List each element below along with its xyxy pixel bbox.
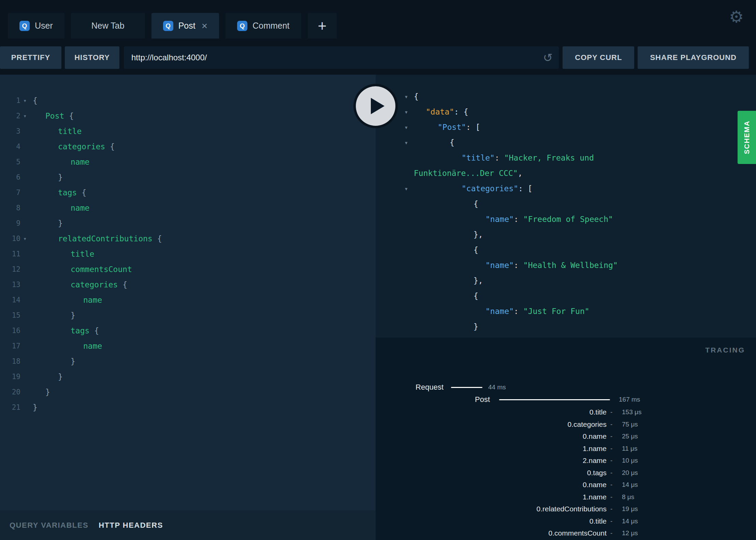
code-token: } — [58, 372, 63, 381]
tracing-span-row: 1.name-11 μs — [376, 442, 756, 455]
close-tab-icon[interactable]: × — [202, 21, 208, 31]
editor-line: 20} — [0, 385, 376, 400]
editor-line: 17name — [0, 339, 376, 354]
tracing-span-row: 0.title-14 μs — [376, 515, 756, 527]
tracing-span-row: 0.name-25 μs — [376, 430, 756, 442]
tracing-request-time: 44 ms — [488, 381, 506, 393]
editor-line: 21} — [0, 400, 376, 415]
code-token: categories — [58, 142, 105, 151]
span-dash: - — [610, 491, 612, 503]
line-number: 13 — [0, 277, 20, 292]
code-token: { — [152, 234, 162, 243]
span-label: 0.categories — [568, 418, 607, 431]
code-token: name — [71, 204, 89, 212]
code-token: } — [71, 311, 75, 320]
collapse-caret-icon[interactable]: ▾ — [404, 104, 408, 120]
tracing-root-label: Post — [475, 393, 490, 406]
span-dash: - — [610, 442, 612, 455]
line-number: 9 — [0, 216, 20, 231]
tab-post[interactable]: QPost× — [151, 13, 219, 39]
line-number: 21 — [0, 400, 20, 415]
json-token: "Freedom of Speech" — [523, 215, 613, 224]
collapse-caret-icon[interactable]: ▾ — [404, 120, 408, 135]
fold-arrow-icon[interactable]: ▾ — [23, 231, 27, 246]
fold-arrow-icon[interactable]: ▾ — [23, 108, 27, 124]
tab-label: User — [35, 21, 53, 31]
reload-icon[interactable]: ↺ — [543, 52, 553, 63]
code-token: name — [83, 342, 102, 350]
history-button[interactable]: HISTORY — [65, 46, 119, 69]
editor-line: 3title — [0, 124, 376, 139]
tracing-panel: TRACING Request 44 ms Post 167 ms 0.titl… — [376, 338, 756, 540]
json-token: "Health & Wellbeing" — [523, 261, 618, 270]
tracing-span-row: 0.name-14 μs — [376, 479, 756, 491]
span-label: 0.relatedContributions — [537, 503, 607, 515]
span-time: 19 μs — [622, 503, 638, 515]
code-token: } — [58, 173, 63, 182]
query-variables-tab[interactable]: QUERY VARIABLES — [10, 521, 88, 530]
span-label: 0.commentsCount — [549, 527, 607, 539]
query-badge: Q — [237, 21, 247, 31]
query-badge: Q — [19, 21, 30, 31]
prettify-button[interactable]: PRETTIFY — [0, 46, 61, 69]
span-time: 14 μs — [622, 479, 638, 491]
code-token: title — [71, 250, 94, 258]
tab-user[interactable]: QUser — [8, 13, 64, 39]
span-time: 20 μs — [622, 467, 638, 479]
response-line: Funktionäre...Der CCC", — [376, 166, 756, 181]
query-editor[interactable]: 1▾{2▾Post {3title4categories {5name6}7ta… — [0, 75, 376, 415]
http-headers-tab[interactable]: HTTP HEADERS — [99, 521, 163, 530]
tab-label: New Tab — [91, 21, 125, 31]
editor-line: 13categories { — [0, 277, 376, 292]
json-token: : — [495, 153, 504, 162]
share-playground-button[interactable]: SHARE PLAYGROUND — [638, 46, 749, 69]
code-token: { — [105, 142, 115, 151]
tab-comment[interactable]: QComment — [226, 13, 301, 39]
play-icon — [371, 98, 384, 114]
endpoint-input[interactable] — [124, 53, 559, 62]
code-token: name — [83, 296, 102, 304]
tracing-title: TRACING — [705, 346, 745, 354]
collapse-caret-icon[interactable]: ▾ — [404, 135, 408, 150]
new-tab-button[interactable]: + — [308, 13, 337, 39]
fold-arrow-icon[interactable]: ▾ — [23, 93, 27, 108]
tab-new-tab[interactable]: New Tab — [71, 13, 145, 39]
toolbar: PRETTIFY HISTORY ↺ COPY CURL SHARE PLAYG… — [0, 46, 756, 69]
query-editor-pane[interactable]: 1▾{2▾Post {3title4categories {5name6}7ta… — [0, 75, 376, 540]
code-token: title — [58, 127, 82, 136]
json-token: "name" — [485, 215, 514, 224]
editor-line: 1▾{ — [0, 93, 376, 108]
line-number: 15 — [0, 308, 20, 323]
json-token: "title" — [462, 153, 495, 162]
editor-line: 16tags { — [0, 323, 376, 339]
execute-button[interactable] — [353, 84, 398, 128]
response-line: { — [376, 242, 756, 258]
response-line: "name": "Health & Wellbeing" — [376, 258, 756, 273]
json-token: , — [518, 169, 523, 178]
response-viewer: ▾{▾"data": {▾"Post": [▾{"title": "Hacker… — [376, 75, 756, 338]
root-duration-bar — [499, 399, 610, 400]
tracing-span-row: 0.commentsCount-12 μs — [376, 527, 756, 539]
collapse-caret-icon[interactable]: ▾ — [404, 181, 408, 196]
response-line: { — [376, 196, 756, 212]
response-line: ▾{ — [376, 135, 756, 150]
editor-line: 8name — [0, 200, 376, 216]
span-label: 0.tags — [587, 467, 607, 479]
json-token: { — [474, 245, 478, 254]
line-number: 4 — [0, 139, 20, 154]
span-time: 75 μs — [622, 418, 638, 431]
editor-line: 4categories { — [0, 139, 376, 154]
code-token: } — [45, 388, 50, 396]
span-dash: - — [610, 503, 612, 515]
json-token: : — [514, 261, 523, 270]
line-number: 1 — [0, 93, 20, 108]
schema-tab[interactable]: SCHEMA — [738, 111, 756, 164]
tab-label: Post — [178, 21, 195, 31]
settings-gear-icon[interactable]: ⚙ — [729, 9, 744, 25]
span-label: 0.name — [583, 479, 607, 491]
response-line: "name": "Freedom of Speech" — [376, 212, 756, 227]
span-time: 10 μs — [622, 454, 638, 467]
copy-curl-button[interactable]: COPY CURL — [563, 46, 634, 69]
collapse-caret-icon[interactable]: ▾ — [404, 89, 408, 104]
json-token: { — [474, 291, 478, 300]
